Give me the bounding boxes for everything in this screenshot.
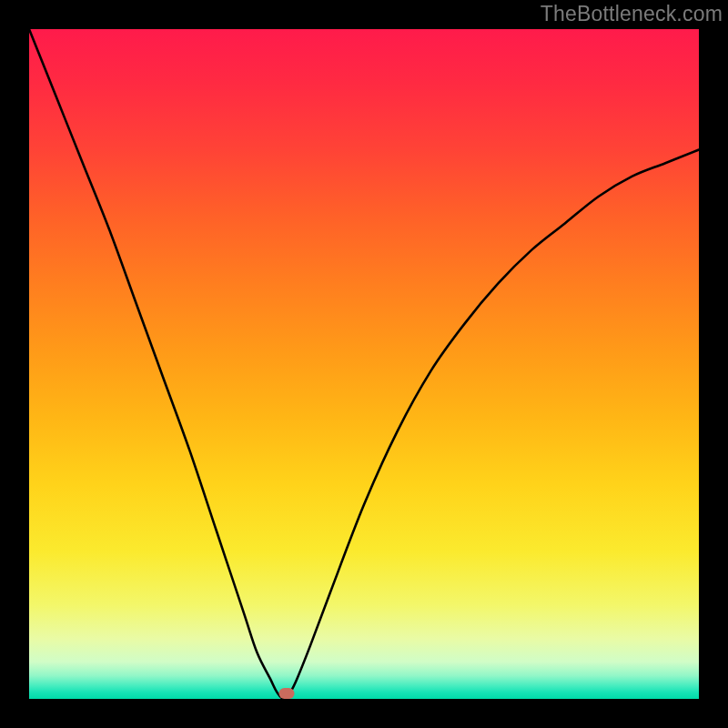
optimal-point-marker (279, 688, 295, 699)
plot-area (29, 29, 699, 699)
chart-frame: TheBottleneck.com (0, 0, 728, 728)
watermark-text: TheBottleneck.com (541, 2, 723, 26)
bottleneck-curve (29, 29, 699, 699)
